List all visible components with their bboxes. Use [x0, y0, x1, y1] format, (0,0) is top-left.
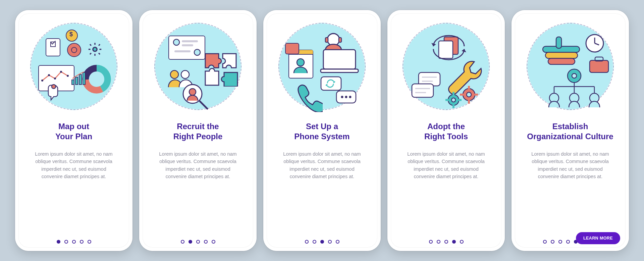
svg-rect-51: [458, 99, 462, 101]
dot-1[interactable]: [305, 240, 309, 244]
svg-rect-18: [174, 50, 191, 52]
dot-2[interactable]: [64, 240, 68, 244]
dot-5[interactable]: [460, 240, 464, 244]
screen-title: Map out Your Plan: [55, 121, 92, 142]
dot-1[interactable]: [543, 240, 547, 244]
dot-3[interactable]: [72, 240, 76, 244]
screen-body: Lorem ipsum dolor sit amet, no nam obliq…: [279, 150, 365, 180]
screen-title: Set Up a Phone System: [294, 121, 350, 142]
svg-point-29: [297, 59, 304, 66]
svg-point-0: [93, 47, 97, 51]
svg-rect-10: [72, 80, 74, 85]
dot-5[interactable]: [336, 240, 339, 244]
svg-point-6: [52, 85, 56, 89]
onboarding-screen-1: $ Map out Your Plan Lorem ipsum dolor si…: [15, 10, 132, 251]
dot-5[interactable]: [212, 240, 215, 244]
screen-body: Lorem ipsum dolor sit amet, no nam obliq…: [403, 150, 489, 180]
learn-more-button[interactable]: LEARN MORE: [576, 232, 620, 244]
screen-body: Lorem ipsum dolor sit amet, no nam obliq…: [31, 150, 117, 180]
svg-point-1: [41, 80, 43, 82]
svg-rect-52: [445, 99, 449, 101]
svg-rect-13: [83, 72, 85, 85]
svg-point-4: [60, 71, 62, 73]
dot-4[interactable]: [204, 240, 208, 244]
svg-rect-49: [452, 92, 454, 95]
pagination-dots: [429, 240, 464, 244]
svg-point-35: [345, 96, 347, 98]
svg-rect-30: [321, 77, 341, 90]
svg-point-5: [67, 75, 69, 77]
org-culture-icon: [527, 23, 614, 110]
svg-point-74: [572, 73, 577, 78]
recruit-people-icon: [154, 23, 241, 110]
onboarding-screen-4: Adopt the Right Tools Lorem ipsum dolor …: [387, 10, 505, 251]
dot-2[interactable]: [313, 240, 316, 244]
dot-5[interactable]: [88, 240, 91, 244]
svg-rect-16: [182, 44, 193, 46]
svg-rect-38: [439, 41, 453, 58]
svg-point-17: [194, 49, 200, 55]
dot-4[interactable]: [566, 240, 570, 244]
svg-rect-55: [468, 86, 470, 89]
dot-4[interactable]: [452, 240, 456, 244]
svg-rect-27: [323, 50, 356, 69]
dot-2[interactable]: [437, 240, 440, 244]
svg-point-22: [189, 89, 196, 95]
dot-4[interactable]: [80, 240, 84, 244]
svg-rect-60: [545, 52, 578, 58]
pagination-dots: [543, 240, 578, 244]
screen-title: Establish Organizational Culture: [527, 121, 613, 142]
dot-1[interactable]: [429, 240, 433, 244]
onboarding-screen-3: Set Up a Phone System Lorem ipsum dolor …: [263, 10, 381, 251]
svg-rect-28: [321, 69, 358, 72]
screen-body: Lorem ipsum dolor sit amet, no nam obliq…: [155, 150, 241, 180]
screen-body: Lorem ipsum dolor sit amet, no nam obliq…: [527, 150, 613, 180]
svg-rect-15: [182, 40, 198, 42]
dot-1[interactable]: [181, 240, 184, 244]
planning-dashboard-icon: $: [30, 23, 117, 110]
svg-point-19: [170, 70, 178, 79]
screen-title: Recruit the Right People: [173, 121, 223, 142]
pagination-dots: [57, 240, 91, 244]
phone-system-icon: [278, 23, 366, 110]
svg-point-14: [173, 39, 179, 45]
dot-2[interactable]: [189, 240, 192, 244]
pagination-dots: [181, 240, 215, 244]
svg-point-2: [48, 74, 50, 76]
tools-icon: [402, 23, 490, 110]
svg-rect-62: [556, 37, 561, 48]
svg-rect-26: [339, 38, 341, 42]
svg-point-20: [181, 70, 189, 79]
svg-rect-25: [325, 38, 328, 42]
svg-point-48: [451, 98, 455, 102]
svg-rect-57: [474, 94, 478, 96]
dot-2[interactable]: [551, 240, 554, 244]
svg-rect-56: [468, 100, 470, 104]
svg-rect-58: [460, 94, 464, 96]
svg-rect-12: [79, 74, 82, 85]
dot-3[interactable]: [558, 240, 562, 244]
dot-3[interactable]: [444, 240, 448, 244]
svg-rect-11: [75, 77, 78, 85]
svg-point-34: [341, 96, 343, 98]
dot-3[interactable]: [320, 240, 324, 244]
dot-1[interactable]: [57, 240, 60, 244]
pagination-dots: [305, 240, 339, 244]
onboarding-screen-5: Establish Organizational Culture Lorem i…: [512, 10, 629, 251]
svg-point-54: [467, 92, 471, 97]
onboarding-screen-2: Recruit the Right People Lorem ipsum dol…: [139, 10, 257, 251]
svg-line-23: [200, 101, 207, 109]
dot-3[interactable]: [196, 240, 200, 244]
svg-rect-61: [548, 58, 575, 64]
dot-4[interactable]: [328, 240, 332, 244]
svg-rect-44: [412, 84, 433, 97]
svg-point-36: [349, 96, 352, 98]
screen-title: Adopt the Right Tools: [424, 121, 468, 142]
svg-point-3: [54, 77, 56, 80]
svg-rect-50: [452, 105, 454, 108]
